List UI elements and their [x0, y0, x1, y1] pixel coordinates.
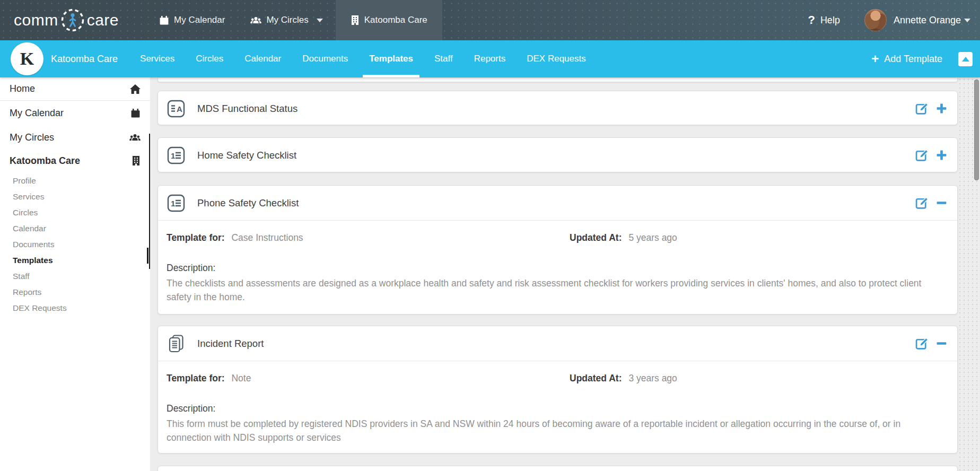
- sidebar-submenu: Profile Services Circles Calendar Docume…: [0, 173, 150, 316]
- home-icon: [130, 84, 141, 94]
- user-name: Annette Orange: [894, 15, 961, 26]
- top-navbar-right: ? Help Annette Orange: [808, 9, 980, 31]
- template-card-header[interactable]: 1 Phone Safety Checklist: [158, 186, 957, 221]
- building-icon: [132, 155, 141, 166]
- form-a-icon: A: [167, 99, 186, 118]
- template-card-header[interactable]: Incident Report: [158, 326, 957, 361]
- sidebar-sub-staff[interactable]: Staff: [13, 268, 150, 284]
- org-tab-circles[interactable]: Circles: [185, 40, 234, 77]
- people-icon: [250, 16, 261, 25]
- template-details: Template for: Case Instructions Updated …: [158, 221, 957, 313]
- org-tab-documents[interactable]: Documents: [292, 40, 358, 77]
- org-navbar-right: + Add Template: [871, 52, 980, 66]
- updated-at-field: Updated At: 5 years ago: [570, 232, 949, 243]
- templates-list: A MDS Functional Status: [150, 77, 980, 471]
- sidebar-item-my-calendar[interactable]: My Calendar: [0, 101, 150, 125]
- plus-icon: +: [871, 53, 879, 65]
- card-actions: [915, 336, 948, 351]
- sidebar-sub-templates[interactable]: Templates: [13, 252, 150, 268]
- sidebar-sub-circles[interactable]: Circles: [13, 205, 150, 221]
- numbered-list-icon: 1: [167, 194, 186, 213]
- template-card-header[interactable]: 1 Home Safety Checklist: [158, 138, 957, 172]
- sidebar-active-indicator: [147, 248, 148, 264]
- template-title: Phone Safety Checklist: [197, 197, 299, 209]
- template-title: Home Safety Checklist: [197, 150, 296, 161]
- template-title: MDS Functional Status: [197, 103, 298, 115]
- commcare-logo[interactable]: comm care: [14, 8, 119, 32]
- expand-template-button[interactable]: [935, 149, 948, 161]
- template-card: 1 Phone Safety Checklist: [158, 185, 958, 315]
- org-tab-services[interactable]: Services: [129, 40, 185, 77]
- logo-text-care: care: [87, 11, 119, 29]
- user-avatar[interactable]: [864, 9, 887, 31]
- plus-icon: [935, 149, 948, 161]
- template-card: 1 Home Safety Checklist: [158, 137, 958, 172]
- nav-my-circles[interactable]: My Circles: [238, 0, 335, 40]
- sidebar-scrollbar[interactable]: [149, 134, 150, 269]
- edit-template-button[interactable]: [915, 336, 929, 351]
- partially-visible-card[interactable]: [158, 466, 958, 471]
- chevron-down-icon: [964, 19, 970, 22]
- building-icon: [351, 15, 360, 25]
- template-details: Template for: Note Updated At: 3 years a…: [158, 361, 957, 454]
- collapse-template-button[interactable]: [935, 337, 948, 350]
- edit-pencil-icon: [915, 148, 929, 162]
- sidebar-sub-calendar[interactable]: Calendar: [13, 221, 150, 237]
- sidebar-item-my-circles[interactable]: My Circles: [0, 125, 150, 150]
- edit-pencil-icon: [915, 101, 929, 116]
- updated-at-field: Updated At: 3 years ago: [570, 373, 949, 384]
- org-tab-reports[interactable]: Reports: [463, 40, 517, 77]
- sidebar-sub-services[interactable]: Services: [13, 189, 150, 205]
- nav-katoomba-care-tab[interactable]: Katoomba Care: [336, 0, 442, 40]
- nav-my-calendar[interactable]: My Calendar: [146, 0, 238, 40]
- updated-at-value: 5 years ago: [628, 232, 677, 243]
- template-title: Incident Report: [197, 338, 264, 350]
- template-card-header[interactable]: A MDS Functional Status: [158, 91, 957, 126]
- top-navbar: comm care My Calendar: [0, 0, 980, 40]
- org-tab-dex-requests[interactable]: DEX Requests: [516, 40, 597, 77]
- top-nav-items: My Calendar My Circles: [146, 0, 442, 40]
- updated-at-value: 3 years ago: [628, 373, 677, 383]
- org-tab-calendar[interactable]: Calendar: [234, 40, 292, 77]
- plus-icon: [935, 102, 948, 115]
- org-tab-templates[interactable]: Templates: [358, 40, 424, 77]
- collapse-navbar-button[interactable]: [958, 52, 973, 66]
- sidebar-sub-reports[interactable]: Reports: [13, 284, 150, 300]
- sidebar-sub-dex-requests[interactable]: DEX Requests: [13, 300, 150, 316]
- calendar-icon: [159, 15, 169, 25]
- card-actions: [915, 196, 948, 210]
- template-for-field: Template for: Note: [167, 373, 570, 384]
- user-menu[interactable]: Annette Orange: [894, 15, 970, 26]
- org-navbar: K Katoomba Care Services Circles Calenda…: [0, 40, 980, 77]
- page-scrollbar[interactable]: [974, 80, 979, 180]
- description-label: Description:: [167, 263, 949, 274]
- template-for-value: Note: [231, 373, 251, 383]
- edit-template-button[interactable]: [915, 148, 929, 162]
- sidebar-item-home[interactable]: Home: [0, 77, 150, 101]
- commcare-person-icon: [60, 8, 85, 32]
- calendar-icon: [130, 108, 141, 118]
- edit-template-button[interactable]: [915, 101, 929, 116]
- add-template-button[interactable]: + Add Template: [871, 53, 942, 65]
- edit-template-button[interactable]: [915, 196, 929, 210]
- template-meta: Template for: Case Instructions Updated …: [167, 232, 949, 243]
- org-name[interactable]: Katoomba Care: [51, 54, 118, 65]
- chevron-down-icon: [317, 19, 323, 22]
- minus-icon: [935, 337, 948, 350]
- people-icon: [129, 133, 141, 142]
- template-for-value: Case Instructions: [231, 232, 303, 243]
- template-for-field: Template for: Case Instructions: [167, 232, 570, 243]
- description-text: This form must be completed by registere…: [167, 417, 946, 444]
- expand-template-button[interactable]: [935, 102, 948, 115]
- sidebar-item-katoomba-care[interactable]: Katoomba Care: [0, 150, 150, 172]
- description-label: Description:: [167, 403, 949, 414]
- help-button[interactable]: ? Help: [808, 13, 839, 27]
- description-text: The checklists and assessments are desig…: [167, 276, 946, 304]
- svg-text:A: A: [177, 104, 182, 114]
- sidebar-sub-profile[interactable]: Profile: [13, 173, 150, 189]
- card-actions: [915, 148, 948, 162]
- sidebar-sub-documents[interactable]: Documents: [13, 237, 150, 252]
- collapse-template-button[interactable]: [935, 197, 948, 209]
- org-avatar[interactable]: K: [11, 42, 43, 75]
- org-tab-staff[interactable]: Staff: [424, 40, 463, 77]
